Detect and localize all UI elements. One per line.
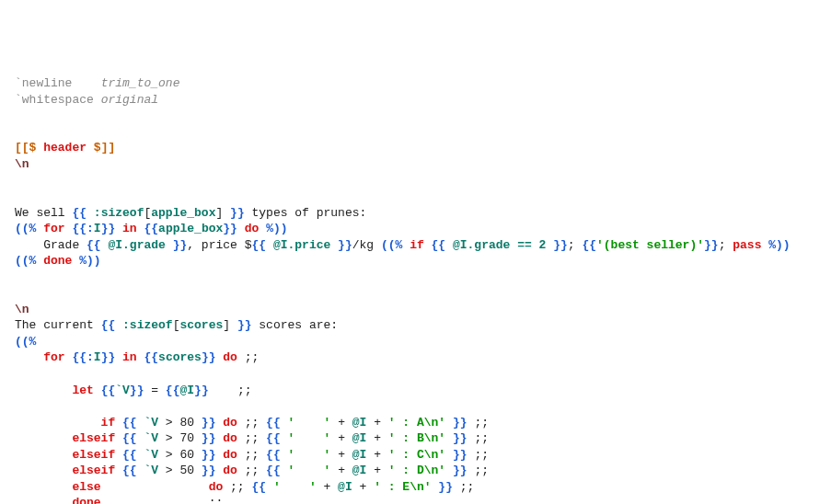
let-line: let {{`V}} = {{@I}} ;; [15,384,252,397]
inner-done: done ;; [15,496,223,504]
directive-whitespace: `whitespace original [15,93,158,107]
elseif-row: elseif {{ `V > 70 }} do ;; {{ ' ' + @I +… [15,431,489,445]
elseif-row: elseif {{ `V > 60 }} do ;; {{ ' ' + @I +… [15,448,489,462]
code-block: `newline trim_to_one `whitespace origina… [15,75,816,504]
directive-newline: `newline trim_to_one [15,76,179,90]
elseif-row: elseif {{ `V > 50 }} do ;; {{ ' ' + @I +… [15,464,489,477]
if-row: if {{ `V > 80 }} do ;; {{ ' ' + @I + ' :… [15,416,489,430]
for-loop-1: ((% for {{:I}} in {{apple_box}} do %)) [15,222,288,235]
block-open: ((% [15,335,36,349]
else-row: else do ;; {{ ' ' + @I + ' : E\n' }} ;; [15,480,474,494]
sell-line: We sell {{ :sizeof[apple_box] }} types o… [15,206,366,220]
done-1: ((% done %)) [15,254,101,268]
grade-line: Grade {{ @I.grade }}, price ${{ @I.price… [15,238,791,252]
scores-line: The current {{ :sizeof[scores] }} scores… [15,318,338,332]
newline-escape: \n [15,303,29,316]
header-block: [[$ header $]] [15,141,115,155]
newline-escape: \n [15,157,29,171]
for-loop-2: for {{:I}} in {{scores}} do ;; [15,350,259,364]
